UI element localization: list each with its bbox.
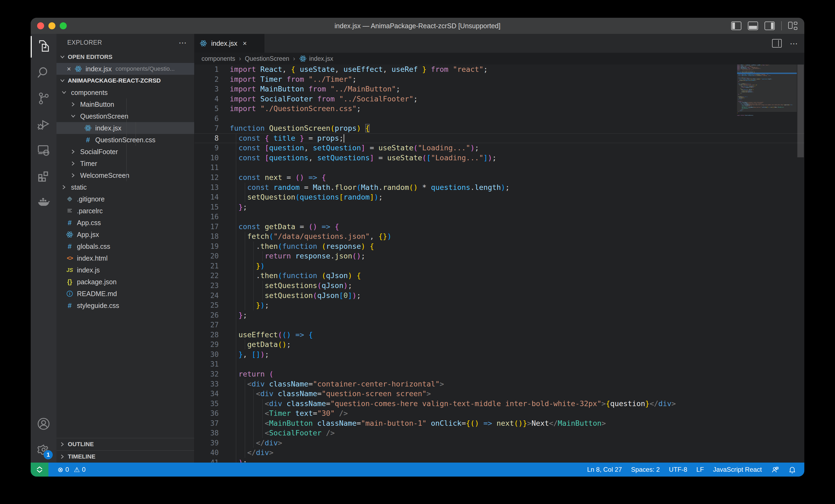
minimap[interactable]: 1import React, { useState, useEffect, us… (737, 65, 797, 463)
code-line-5: 5import "./QuestionScreen.css"; (195, 104, 737, 114)
code-line-2: 2import Timer from "../Timer"; (195, 75, 737, 84)
tree-item-timer[interactable]: Timer (57, 158, 194, 169)
breadcrumb-item[interactable]: index.jsx (299, 55, 333, 62)
code-editor[interactable]: 1import React, { useState, useEffect, us… (195, 65, 805, 463)
tree-item-index-jsx[interactable]: index.jsx (57, 122, 194, 134)
tree-item-components[interactable]: components (57, 87, 194, 99)
breadcrumb-item[interactable]: QuestionScreen (245, 55, 289, 62)
tree-indent-guide (126, 99, 127, 181)
breadcrumb-item[interactable]: components (202, 55, 235, 62)
window-title: index.jsx — AnimaPackage-React-zcrSD [Un… (30, 22, 805, 30)
code-line-22: 22 .then(function (qJson) { (195, 271, 737, 281)
close-editor-icon[interactable]: × (63, 65, 74, 73)
editor-more-actions-icon[interactable]: ⋯ (790, 39, 798, 48)
notifications-bell-icon[interactable] (788, 465, 796, 474)
tree-item-static[interactable]: static (57, 181, 194, 193)
js-file-icon: JS (66, 267, 74, 273)
tree-item-label: styleguide.css (77, 302, 119, 310)
code-line-21: 21 }) (195, 261, 737, 271)
outline-section[interactable]: OUTLINE (57, 438, 194, 450)
tree-item-mainbutton[interactable]: MainButton (57, 99, 194, 110)
activitybar-docker-icon[interactable] (30, 189, 57, 215)
project-root-label: ANIMAPACKAGE-REACT-ZCRSD (68, 77, 161, 84)
zoom-window-button[interactable] (60, 22, 67, 29)
chevron-right-icon (59, 454, 66, 460)
toggle-sidebar-icon[interactable] (731, 22, 741, 30)
code-line-27: 27 (195, 320, 737, 330)
project-root-section[interactable]: ANIMAPACKAGE-REACT-ZCRSD (57, 75, 194, 87)
code-line-39: 39 </div> (195, 438, 737, 448)
vscode-window: index.jsx — AnimaPackage-React-zcrSD [Un… (30, 18, 805, 477)
editor-scrollbar[interactable] (797, 65, 805, 463)
code-line-26: 26 }; (195, 310, 737, 320)
close-window-button[interactable] (37, 22, 44, 29)
tree-item--parcelrc[interactable]: .parcelrc (57, 205, 194, 217)
tree-item-label: components (71, 89, 108, 97)
chevron-down-icon (69, 113, 77, 119)
tab-close-icon[interactable]: × (243, 39, 247, 48)
minimize-window-button[interactable] (48, 22, 56, 29)
react-file-icon (66, 231, 74, 238)
chevron-right-icon (69, 172, 77, 178)
customize-layout-icon[interactable] (788, 22, 797, 30)
tree-item-socialfooter[interactable]: SocialFooter (57, 146, 194, 158)
status-bar: ⊗ 0 ⚠ 0 Ln 8, Col 27Spaces: 2UTF-8LFJava… (30, 463, 805, 477)
tab-index-jsx[interactable]: index.jsx × (195, 34, 264, 53)
explorer-more-actions-icon[interactable]: ⋯ (179, 38, 187, 47)
css-file-icon: # (84, 136, 92, 144)
status-cursor-position[interactable]: Ln 8, Col 27 (587, 466, 622, 473)
problems-indicator[interactable]: ⊗ 0 ⚠ 0 (58, 466, 85, 474)
breadcrumb-separator: › (293, 55, 295, 62)
feedback-icon[interactable] (771, 465, 779, 474)
scrollbar-thumb[interactable] (797, 65, 804, 158)
activitybar-explorer-icon[interactable] (30, 34, 57, 60)
toggle-secondary-sidebar-icon[interactable] (765, 22, 775, 30)
activitybar-settings-icon[interactable]: 1 (30, 437, 57, 463)
outline-label: OUTLINE (68, 441, 94, 448)
activitybar-remote-explorer-icon[interactable] (30, 137, 57, 163)
remote-indicator[interactable] (30, 463, 48, 477)
tree-item-label: package.json (77, 278, 117, 286)
open-editors-section[interactable]: OPEN EDITORS (57, 51, 194, 63)
tree-item-app-jsx[interactable]: App.jsx (57, 229, 194, 240)
tree-item-questionscreen[interactable]: QuestionScreen (57, 110, 194, 122)
code-line-38: 38 <SocialFooter /> (195, 428, 737, 438)
activitybar-extensions-icon[interactable] (30, 163, 57, 189)
code-line-9: 9 const [question, setQuestion] = useSta… (195, 143, 737, 153)
tree-item-globals-css[interactable]: #globals.css (57, 240, 194, 252)
open-editor-item[interactable]: × index.jsx components/Questio... (57, 63, 194, 75)
status-eol[interactable]: LF (696, 466, 704, 473)
status-language-mode[interactable]: JavaScript React (713, 466, 762, 473)
tree-item-label: App.jsx (77, 231, 99, 238)
code-line-40: 40 </div> (195, 448, 737, 458)
activitybar-account-icon[interactable] (30, 411, 57, 437)
tree-item-readme-md[interactable]: README.md (57, 288, 194, 300)
status-indentation[interactable]: Spaces: 2 (631, 466, 660, 473)
code-line-34: 34 <div className="question-screen scree… (195, 389, 737, 399)
tree-item-label: index.js (77, 266, 100, 274)
activitybar-search-icon[interactable] (30, 60, 57, 85)
titlebar-separator (781, 21, 782, 30)
css-file-icon: # (66, 301, 74, 310)
tree-item-index-html[interactable]: <>index.html (57, 252, 194, 264)
tree-item-questionscreen-css[interactable]: #QuestionScreen.css (57, 134, 194, 146)
tree-item-welcomescreen[interactable]: WelcomeScreen (57, 169, 194, 181)
code-line-16: 16 (195, 212, 737, 222)
tree-item-label: WelcomeScreen (80, 172, 129, 180)
tree-item--gitignore[interactable]: .gitignore (57, 193, 194, 205)
code-line-32: 32 return ( (195, 369, 737, 379)
code-line-29: 29 getData(); (195, 340, 737, 350)
tree-item-styleguide-css[interactable]: #styleguide.css (57, 300, 194, 311)
timeline-section[interactable]: TIMELINE (57, 450, 194, 463)
tree-item-app-css[interactable]: #App.css (57, 217, 194, 229)
tree-item-index-js[interactable]: JSindex.js (57, 264, 194, 276)
split-editor-icon[interactable] (772, 39, 782, 48)
toggle-panel-icon[interactable] (748, 22, 758, 30)
tree-indent-guide (136, 122, 136, 146)
tree-item-package-json[interactable]: {}package.json (57, 276, 194, 288)
code-line-35: 35 <div className="question-comes-here v… (195, 399, 737, 409)
status-encoding[interactable]: UTF-8 (669, 466, 687, 473)
chevron-right-icon (59, 441, 66, 447)
activitybar-run-debug-icon[interactable] (30, 111, 57, 137)
activitybar-source-control-icon[interactable] (30, 85, 57, 111)
